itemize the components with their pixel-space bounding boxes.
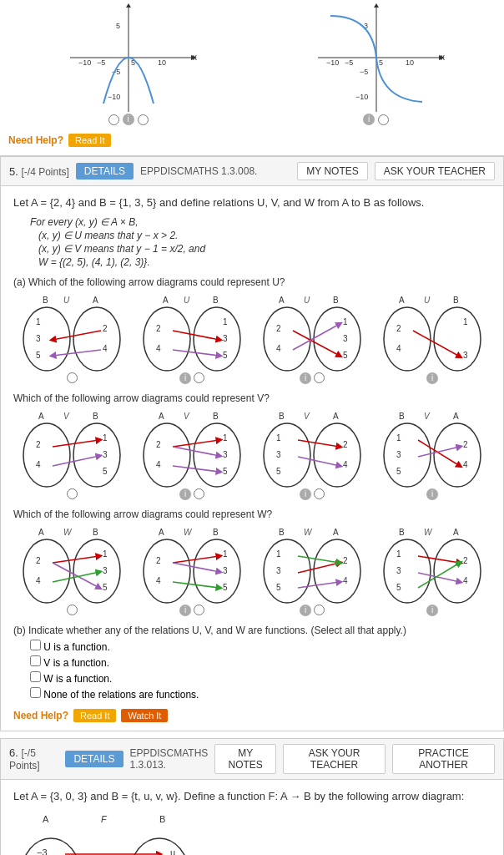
svg-line-168 — [418, 556, 460, 563]
w-diagram-2: A W B 2 4 1 3 5 — [134, 525, 250, 616]
my-notes-button-6[interactable]: MY NOTES — [214, 744, 276, 774]
svg-text:W: W — [184, 528, 193, 537]
checkbox-none[interactable] — [30, 687, 41, 698]
w-svg-3: B W A 1 3 5 2 4 — [258, 525, 366, 605]
svg-line-118 — [418, 447, 460, 457]
svg-point-63 — [384, 307, 431, 371]
checkbox-u-label[interactable]: U is a function. — [30, 640, 491, 653]
info-icon-2[interactable]: i — [363, 114, 375, 125]
info-icon-v4[interactable]: i — [426, 488, 438, 500]
svg-text:5: 5 — [276, 467, 281, 476]
graphs-row: x −10 −5 5 10 5 −5 −10 i — [8, 3, 496, 125]
svg-point-64 — [434, 307, 481, 371]
svg-text:5: 5 — [116, 22, 120, 30]
svg-text:4: 4 — [156, 576, 161, 585]
checkbox-none-label[interactable]: None of the relations are functions. — [30, 687, 491, 701]
v-radio-3[interactable] — [314, 488, 325, 499]
svg-text:V: V — [424, 412, 431, 421]
svg-text:5: 5 — [396, 583, 401, 592]
u-radio-3[interactable] — [314, 372, 325, 383]
svg-text:1: 1 — [463, 317, 468, 326]
u-diagram-2: A U B 2 4 1 3 5 — [134, 293, 250, 384]
top-radio-1[interactable] — [108, 114, 119, 125]
info-icon-w2[interactable]: i — [179, 605, 191, 616]
svg-line-106 — [298, 457, 340, 466]
svg-text:x: x — [193, 53, 197, 62]
svg-point-27 — [23, 307, 70, 371]
u-radio-2[interactable] — [194, 372, 204, 383]
svg-point-99 — [314, 423, 360, 487]
svg-text:2: 2 — [156, 556, 161, 565]
svg-text:1: 1 — [276, 433, 281, 443]
svg-line-59 — [293, 324, 340, 350]
svg-point-85 — [144, 423, 190, 487]
svg-line-34 — [53, 331, 101, 340]
svg-text:−10: −10 — [108, 93, 120, 101]
question-v: Which of the following arrow diagrams co… — [13, 392, 491, 404]
need-help-label-5: Need Help? — [13, 710, 68, 721]
svg-text:2: 2 — [396, 324, 401, 333]
checkbox-w-label[interactable]: W is a function. — [30, 671, 491, 685]
read-it-button-5[interactable]: Read It — [73, 709, 116, 722]
svg-point-149 — [314, 539, 360, 603]
info-icon-u2[interactable]: i — [179, 372, 191, 384]
read-it-button-top[interactable]: Read It — [68, 134, 111, 147]
u-svg-1: B U A 1 3 5 2 4 — [18, 293, 126, 372]
svg-text:3: 3 — [223, 566, 228, 575]
v-radio-1[interactable] — [67, 488, 78, 499]
w-radio-3[interactable] — [314, 605, 325, 615]
practice-another-button-6[interactable]: PRACTICE ANOTHER — [392, 744, 495, 774]
svg-text:B: B — [213, 296, 219, 305]
svg-text:4: 4 — [343, 460, 348, 469]
svg-text:B: B — [159, 814, 165, 824]
svg-text:−5: −5 — [360, 68, 368, 76]
section-6-code: EPPDISCMATHS 1.3.013. — [130, 747, 209, 771]
top-radio-2[interactable] — [378, 114, 389, 125]
w-radio-1[interactable] — [67, 605, 78, 615]
v-diagram-4: B V A 1 3 5 2 4 — [374, 409, 491, 500]
info-icon-u4[interactable]: i — [426, 372, 438, 384]
info-icon-w3[interactable]: i — [300, 605, 311, 616]
v-radio-2[interactable] — [194, 488, 204, 499]
svg-text:B: B — [279, 412, 285, 421]
svg-text:x: x — [441, 53, 445, 62]
checkbox-v[interactable] — [30, 655, 41, 666]
checkbox-v-label[interactable]: V is a function. — [30, 655, 491, 669]
section-5-number: 5. [-/4 Points] — [9, 165, 69, 178]
svg-line-81 — [53, 456, 99, 466]
info-icon-u3[interactable]: i — [300, 372, 311, 384]
section-5-header: 5. [-/4 Points] DETAILS EPPDISCMATHS 1.3… — [1, 157, 503, 186]
info-icon-1[interactable]: i — [123, 114, 134, 125]
u-radio-1[interactable] — [67, 372, 78, 383]
svg-text:1: 1 — [223, 433, 228, 443]
svg-text:F: F — [101, 814, 108, 824]
svg-point-39 — [144, 307, 190, 371]
f-diagram-container: A F B −3 0 3 u v w — [13, 811, 491, 855]
svg-text:4: 4 — [463, 576, 468, 585]
svg-text:10: 10 — [158, 58, 166, 67]
svg-text:−5: −5 — [97, 58, 105, 67]
ask-teacher-button-6[interactable]: ASK YOUR TEACHER — [283, 744, 386, 774]
v-diagrams-row: A V B 2 4 1 3 5 — [13, 409, 491, 500]
svg-text:5: 5 — [276, 583, 281, 592]
section-5: 5. [-/4 Points] DETAILS EPPDISCMATHS 1.3… — [0, 156, 504, 731]
checkbox-w[interactable] — [30, 671, 41, 682]
ask-teacher-button-5[interactable]: ASK YOUR TEACHER — [375, 162, 495, 180]
svg-text:2: 2 — [463, 556, 468, 565]
checkbox-u[interactable] — [30, 640, 41, 650]
svg-text:4: 4 — [343, 576, 348, 585]
details-button-6[interactable]: DETAILS — [65, 751, 123, 767]
details-button-5[interactable]: DETAILS — [76, 163, 134, 180]
w-radio-2[interactable] — [194, 605, 204, 615]
watch-it-button-5[interactable]: Watch It — [121, 709, 168, 722]
svg-text:A: A — [38, 528, 44, 537]
info-icon-v3[interactable]: i — [300, 488, 311, 500]
my-notes-button-5[interactable]: MY NOTES — [297, 162, 367, 180]
svg-text:V: V — [63, 412, 70, 421]
svg-text:A: A — [159, 528, 164, 537]
svg-point-135 — [144, 539, 190, 603]
info-icon-w4[interactable]: i — [426, 605, 438, 616]
svg-text:4: 4 — [103, 344, 108, 353]
info-icon-v2[interactable]: i — [179, 488, 191, 500]
top-radio-1b[interactable] — [138, 114, 149, 125]
